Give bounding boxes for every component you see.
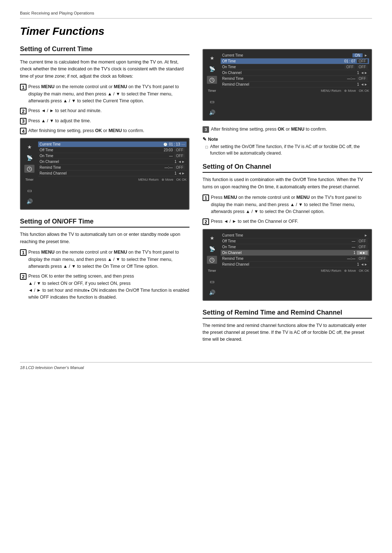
tv-row-ont-3: On Time — OFF [221, 244, 369, 250]
onoff-time-intro: This function allows the TV to automatic… [20, 231, 189, 245]
tv-icons-col-2: ★ 📡 Timer ▭ 🔊 [205, 53, 219, 118]
tv-footer-move-3: ⊕ Move [344, 269, 356, 273]
step-num-1: 1 [20, 84, 26, 90]
page-footer: 18 LCD television Owner's Manual [20, 362, 372, 370]
step-num-2-onoff: 2 [20, 273, 26, 280]
tv-footer-return-3: MENU Return [321, 269, 341, 273]
tv-row-off-time-2: Off Time 01 : 07 OFF [221, 58, 369, 64]
tv-icon-antenna-3: 📡 [207, 245, 217, 253]
tv-icon-box-2: ▭ [207, 98, 217, 106]
tv-icon-speaker-2: 🔊 [207, 108, 217, 116]
step-1-onoff: 1 Press MENU on the remote control unit … [20, 249, 189, 270]
tv-icons-col-1: ★ 📡 Timer ▭ 🔊 [23, 142, 36, 207]
tv-menu-1: Current Time 🕐 01 : 13 — Off Time 23:03 … [38, 142, 187, 207]
step-4-text: After finishing time setting, press OK o… [28, 127, 189, 134]
tv-row-remind-time-1: Remind Time —:— OFF [38, 165, 187, 171]
tv-icon-timer [24, 165, 34, 173]
tv-footer-move: ⊕ Move [162, 178, 173, 181]
tv-icon-speaker-3: 🔊 [207, 288, 217, 296]
tv-icon-timer-2 [207, 76, 217, 84]
step-num-4: 4 [20, 128, 26, 134]
tv-timer-label: Timer [25, 176, 34, 184]
step-1-current-time: 1 Press MENU on the remote control unit … [20, 83, 189, 105]
step-1-text: Press MENU on the remote control unit or… [28, 83, 189, 105]
tv-row-remind-channel-2: Remind Channel 1 ◄► [221, 82, 369, 87]
step-1-onoff-text: Press MENU on the remote control unit or… [28, 249, 189, 270]
tv-screen-on-channel: ★ 📡 Timer ▭ 🔊 [203, 229, 372, 301]
note-item-1: After setting the On/Off Time function, … [203, 143, 372, 156]
step-3-confirm-text: After finishing time setting, press OK o… [211, 126, 372, 133]
tv-row-remind-channel-1: Remind Channel 1 ◄► [38, 171, 187, 176]
section-title-current-time: Setting of Current Time [20, 45, 189, 55]
tv-timer-label-2: Timer [208, 87, 216, 95]
tv-icon-star-2: ★ [207, 54, 217, 62]
page-title: Timer Functions [20, 25, 372, 37]
tv-icon-box-3: ▭ [207, 278, 217, 286]
section-title-onoff-time: Setting of ON/OFF Time [20, 218, 189, 228]
tv-row-onc-3: On Channel 1 ◄► [221, 250, 369, 256]
step-4-current-time: 4 After finishing time setting, press OK… [20, 127, 189, 134]
step-2-on-channel: 2 Press ◄ / ► to set the On Channel or O… [203, 218, 372, 225]
tv-row-on-channel-2: On Channel 1 ◄► [221, 70, 369, 76]
step-1-on-channel: 1 Press MENU on the remote control unit … [203, 194, 372, 215]
tv-row-current-time-2: Current Time ON ► [221, 53, 369, 58]
tv-menu-3: Current Time ► Off Time — OFF On Time — … [221, 233, 369, 298]
tv-icon-speaker: 🔊 [24, 197, 34, 205]
note-title-1: Note [203, 136, 372, 142]
tv-row-on-time-1: On Time — OFF [38, 153, 187, 159]
tv-row-current-time: Current Time 🕐 01 : 13 — [38, 142, 187, 147]
tv-row-remind-time-2: Remind Time —:— OFF [221, 76, 369, 82]
step-2-onoff: 2 Press OK to enter the setting screen, … [20, 273, 189, 301]
tv-footer-return-2: MENU Return [321, 89, 341, 93]
tv-footer-move-2: ⊕ Move [344, 89, 356, 93]
tv-footer-2: MENU Return ⊕ Move OK OK [221, 87, 369, 93]
step-num-3: 3 [20, 118, 26, 124]
tv-icon-antenna: 📡 [24, 154, 34, 162]
step-num-2-oc: 2 [203, 218, 209, 225]
remind-intro: The remind time and remind channel funct… [203, 322, 372, 343]
tv-footer-ok-3: OK OK [359, 269, 369, 273]
note-1: Note After setting the On/Off Time funct… [203, 136, 372, 156]
step-3-confirm: 3 After finishing time setting, press OK… [203, 126, 372, 133]
tv-screen-current-time: ★ 📡 Timer ▭ 🔊 [20, 138, 189, 210]
step-2-text: Press ◄ / ► to set hour and minute. [28, 107, 189, 114]
on-channel-intro: This function is used in combination wit… [203, 176, 372, 191]
step-3-text: Press ▲ / ▼ to adjust the time. [28, 118, 189, 124]
tv-icon-timer-3 [207, 256, 217, 264]
section-title-remind: Setting of Remind Time and Remind Channe… [203, 309, 372, 319]
tv-row-offt-3: Off Time — OFF [221, 238, 369, 244]
step-num-1-oc: 1 [203, 194, 209, 201]
tv-timer-label-3: Timer [208, 267, 216, 275]
tv-menu-2: Current Time ON ► Off Time 01 : 07 OFF O… [221, 53, 369, 118]
tv-row-on-channel-1: On Channel 1 ◄► [38, 159, 187, 165]
step-3-current-time: 3 Press ▲ / ▼ to adjust the time. [20, 118, 189, 124]
tv-row-rt-3: Remind Time —:— OFF [221, 256, 369, 262]
tv-row-rc-3: Remind Channel 1 ◄► [221, 262, 369, 267]
tv-row-on-time-2: On Time OFF OFF [221, 64, 369, 70]
current-time-intro: The current time is calculated from the … [20, 59, 189, 80]
tv-icon-star-3: ★ [207, 234, 217, 242]
step-2-onoff-text: Press OK to enter the setting screen, an… [28, 273, 189, 301]
tv-icon-box: ▭ [24, 187, 34, 194]
tv-footer-3: MENU Return ⊕ Move OK OK [221, 267, 369, 273]
tv-footer-ok-2: OK OK [359, 89, 369, 93]
section-title-on-channel: Setting of On Channel [203, 163, 372, 173]
step-1-oc-text: Press MENU on the remote control unit or… [211, 194, 372, 215]
step-num-1-onoff: 1 [20, 249, 26, 256]
tv-icon-antenna-2: 📡 [207, 65, 217, 73]
step-2-current-time: 2 Press ◄ / ► to set hour and minute. [20, 107, 189, 114]
tv-row-ct-3: Current Time ► [221, 233, 369, 238]
step-num-2: 2 [20, 108, 26, 114]
breadcrumb: Basic Receiving and Playing Operations [20, 11, 372, 19]
tv-row-off-time-1: Off Time 23:03 OFF [38, 147, 187, 153]
step-num-3-confirm: 3 [203, 126, 209, 133]
tv-footer-return: MENU Return [138, 178, 159, 181]
tv-footer-ok: OK OK [176, 178, 187, 181]
tv-icon-star: ★ [24, 143, 34, 151]
footer-page-num: 18 LCD television Owner's Manual [20, 365, 84, 370]
tv-screen-onoff: ★ 📡 Timer ▭ 🔊 [203, 49, 372, 121]
tv-footer-1: MENU Return ⊕ Move OK OK [38, 176, 187, 181]
step-2-oc-text: Press ◄ / ► to set the On Channel or OFF… [211, 218, 372, 225]
tv-icons-col-3: ★ 📡 Timer ▭ 🔊 [205, 233, 219, 298]
